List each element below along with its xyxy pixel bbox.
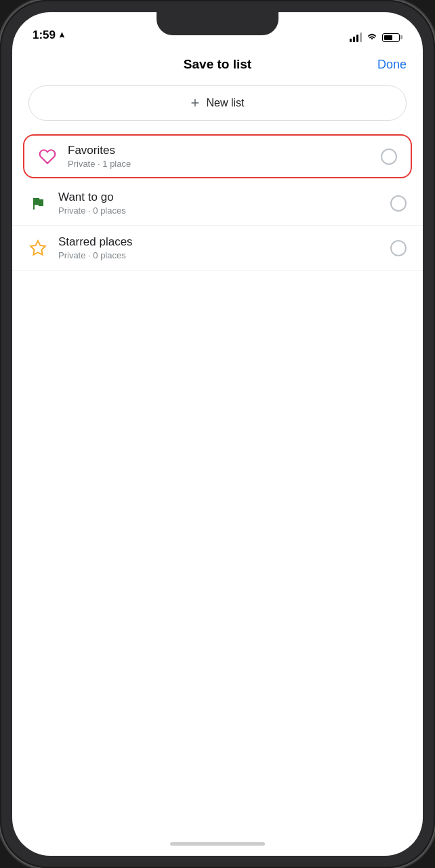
favorites-text: Favorites Private · 1 place [68, 144, 370, 169]
want-to-go-sub: Private · 0 places [58, 205, 379, 216]
favorites-sub: Private · 1 place [68, 159, 370, 169]
status-time: 1:59 [33, 28, 66, 42]
wifi-icon [366, 33, 378, 42]
list-items: Favorites Private · 1 place Want to go P [12, 132, 423, 831]
star-icon [28, 239, 47, 258]
phone-frame: 1:59 [0, 0, 435, 868]
new-list-label: New list [206, 97, 244, 109]
location-arrow-icon [58, 31, 66, 39]
starred-places-radio[interactable] [390, 240, 407, 256]
screen: 1:59 [12, 12, 423, 856]
list-item-want-to-go[interactable]: Want to go Private · 0 places [12, 181, 423, 226]
favorites-radio[interactable] [381, 149, 397, 165]
list-item-starred-places[interactable]: Starred places Private · 0 places [12, 226, 423, 271]
heart-icon [38, 147, 57, 166]
status-icons [350, 33, 402, 42]
list-item-favorites[interactable]: Favorites Private · 1 place [23, 134, 412, 178]
battery-icon [382, 33, 402, 42]
done-button[interactable]: Done [377, 58, 407, 72]
header: Save to list Done [12, 46, 423, 80]
home-bar [170, 842, 265, 846]
want-to-go-name: Want to go [58, 191, 379, 204]
notch [157, 12, 278, 35]
page-title: Save to list [184, 57, 251, 72]
signal-bars-icon [350, 33, 362, 42]
app-content: Save to list Done + New list [12, 46, 423, 831]
starred-places-sub: Private · 0 places [58, 250, 379, 260]
want-to-go-radio[interactable] [390, 195, 407, 212]
plus-icon: + [191, 96, 200, 111]
starred-places-text: Starred places Private · 0 places [58, 235, 379, 260]
home-indicator [12, 831, 423, 856]
new-list-button[interactable]: + New list [28, 85, 407, 121]
want-to-go-text: Want to go Private · 0 places [58, 191, 379, 216]
svg-marker-0 [30, 241, 45, 255]
flag-icon [28, 194, 47, 213]
time-display: 1:59 [33, 28, 56, 42]
favorites-name: Favorites [68, 144, 370, 157]
starred-places-name: Starred places [58, 235, 379, 249]
